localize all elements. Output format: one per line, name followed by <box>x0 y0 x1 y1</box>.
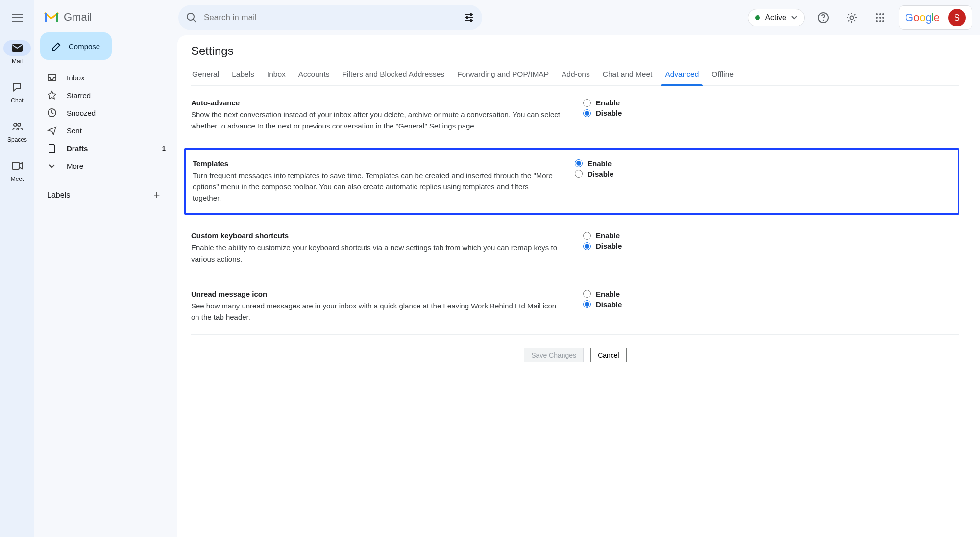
svg-point-21 <box>879 20 881 22</box>
save-changes-button[interactable]: Save Changes <box>524 348 584 362</box>
disable-label: Disable <box>588 170 613 178</box>
setting-text: Turn frequent messages into templates to… <box>193 170 555 204</box>
brand[interactable]: Gmail <box>34 5 177 32</box>
tab-filters-and-blocked-addresses[interactable]: Filters and Blocked Addresses <box>342 65 446 85</box>
tune-icon[interactable] <box>464 13 474 23</box>
search-bar[interactable] <box>178 5 482 30</box>
nav: Inbox Starred Snoozed Sent Drafts 1 M <box>34 69 177 175</box>
nav-label: Drafts <box>67 144 88 153</box>
setting-row: Auto-advance Show the next conversation … <box>191 86 959 144</box>
disable-option[interactable]: Disable <box>583 109 622 117</box>
setting-description: Templates Turn frequent messages into te… <box>193 159 555 204</box>
setting-radios: Enable Disable <box>583 231 622 265</box>
search-input[interactable] <box>204 13 457 23</box>
svg-point-18 <box>879 17 881 19</box>
disable-radio[interactable] <box>583 300 591 308</box>
disable-radio[interactable] <box>583 242 591 250</box>
nav-sent[interactable]: Sent <box>34 122 177 139</box>
nav-label: Snoozed <box>67 109 96 117</box>
tab-labels[interactable]: Labels <box>231 65 255 85</box>
status-chip[interactable]: Active <box>748 9 805 26</box>
draft-icon <box>47 143 57 153</box>
rail-item-mail[interactable]: Mail <box>0 32 34 69</box>
nav-label: More <box>67 162 83 170</box>
disable-option[interactable]: Disable <box>583 300 622 308</box>
svg-point-17 <box>876 17 878 19</box>
nav-inbox[interactable]: Inbox <box>34 69 177 86</box>
chevron-down-icon <box>791 16 797 20</box>
enable-option[interactable]: Enable <box>583 231 622 240</box>
svg-point-1 <box>14 123 17 126</box>
svg-point-13 <box>850 16 854 20</box>
star-icon <box>47 90 57 100</box>
apps-button[interactable] <box>870 8 890 27</box>
setting-title: Custom keyboard shortcuts <box>191 231 564 240</box>
status-dot-icon <box>755 15 760 20</box>
tab-accounts[interactable]: Accounts <box>297 65 331 85</box>
tab-add-ons[interactable]: Add-ons <box>561 65 591 85</box>
svg-rect-3 <box>12 162 19 169</box>
add-label-button[interactable]: + <box>150 188 164 202</box>
cancel-button[interactable]: Cancel <box>590 348 627 362</box>
avatar[interactable]: S <box>948 9 966 26</box>
app-rail: Mail Chat Spaces Meet <box>0 0 34 537</box>
disable-radio[interactable] <box>575 170 583 178</box>
topbar-right: Active Google S <box>748 5 972 30</box>
enable-radio[interactable] <box>583 290 591 298</box>
tab-inbox[interactable]: Inbox <box>266 65 287 85</box>
disable-label: Disable <box>596 242 622 250</box>
svg-point-15 <box>879 13 881 15</box>
enable-option[interactable]: Enable <box>575 159 613 168</box>
rail-label: Spaces <box>7 136 27 143</box>
compose-button[interactable]: Compose <box>40 32 112 60</box>
main-menu-button[interactable] <box>5 6 29 29</box>
setting-title: Unread message icon <box>191 290 564 298</box>
enable-radio[interactable] <box>583 99 591 107</box>
google-account[interactable]: Google S <box>899 5 972 30</box>
svg-point-12 <box>823 20 824 21</box>
meet-icon <box>12 162 23 170</box>
rail-item-chat[interactable]: Chat <box>0 72 34 108</box>
svg-rect-10 <box>470 19 472 22</box>
rail-item-spaces[interactable]: Spaces <box>0 111 34 147</box>
send-icon <box>47 126 57 135</box>
disable-option[interactable]: Disable <box>583 242 622 250</box>
nav-drafts[interactable]: Drafts 1 <box>34 139 177 157</box>
svg-rect-4 <box>45 13 47 22</box>
setting-description: Custom keyboard shortcuts Enable the abi… <box>191 231 564 265</box>
nav-more[interactable]: More <box>34 157 177 175</box>
setting-radios: Enable Disable <box>575 159 613 204</box>
enable-radio[interactable] <box>575 159 583 167</box>
disable-radio[interactable] <box>583 109 591 117</box>
main: Active Google S Settings <box>177 0 980 537</box>
help-button[interactable] <box>813 8 833 27</box>
settings-button[interactable] <box>842 8 861 27</box>
disable-label: Disable <box>596 109 622 117</box>
tab-offline[interactable]: Offline <box>710 65 735 85</box>
inbox-icon <box>47 73 57 82</box>
rail-item-meet[interactable]: Meet <box>0 150 34 186</box>
tab-forwarding-and-pop-imap[interactable]: Forwarding and POP/IMAP <box>456 65 550 85</box>
disable-option[interactable]: Disable <box>575 170 613 178</box>
rail-label: Meet <box>11 176 24 182</box>
tab-advanced[interactable]: Advanced <box>664 65 700 85</box>
chat-icon <box>12 82 22 92</box>
nav-starred[interactable]: Starred <box>34 86 177 104</box>
clock-icon <box>47 108 57 118</box>
pencil-icon <box>52 41 62 51</box>
enable-radio[interactable] <box>583 232 591 240</box>
settings-panel: Settings GeneralLabelsInboxAccountsFilte… <box>177 35 980 537</box>
compose-label: Compose <box>69 42 100 51</box>
enable-label: Enable <box>588 159 612 168</box>
disable-label: Disable <box>596 300 622 308</box>
enable-label: Enable <box>596 290 620 298</box>
nav-label: Starred <box>67 91 91 100</box>
brand-name: Gmail <box>64 11 92 24</box>
tab-general[interactable]: General <box>191 65 220 85</box>
nav-snoozed[interactable]: Snoozed <box>34 104 177 122</box>
labels-heading: Labels <box>47 191 70 200</box>
tab-chat-and-meet[interactable]: Chat and Meet <box>602 65 654 85</box>
setting-row: Unread message icon See how many unread … <box>191 277 959 335</box>
enable-option[interactable]: Enable <box>583 290 622 298</box>
enable-option[interactable]: Enable <box>583 99 622 107</box>
